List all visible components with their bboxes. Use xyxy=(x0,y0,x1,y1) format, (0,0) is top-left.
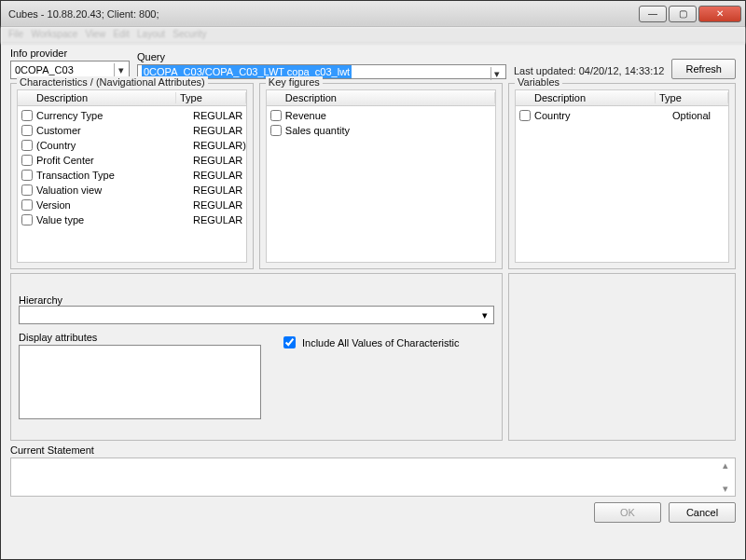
scrollbar[interactable]: ▴ ▾ xyxy=(723,459,734,495)
keyfigures-list[interactable]: RevenueSales quantity xyxy=(266,106,496,263)
row-checkbox[interactable] xyxy=(21,140,33,151)
title-bar: Cubes - 10.88.20.43; Client: 800; — ▢ ✕ xyxy=(1,1,745,27)
refresh-button[interactable]: Refresh xyxy=(671,59,736,79)
col-description[interactable]: Description xyxy=(516,92,656,103)
keyfigures-header: Description xyxy=(266,89,496,106)
scroll-down-icon[interactable]: ▾ xyxy=(723,483,734,495)
list-item[interactable]: Valuation viewREGULAR xyxy=(18,183,246,198)
close-button[interactable]: ✕ xyxy=(698,6,741,22)
variables-title: Variables xyxy=(515,76,562,88)
display-attributes-label: Display attributes xyxy=(19,332,261,343)
query-field: Query 0COPA_C03/COPA_C03_LWT copa_c03_lw… xyxy=(137,51,506,79)
row-checkbox[interactable] xyxy=(21,199,33,211)
list-item[interactable]: CountryOptional xyxy=(516,108,728,123)
list-item[interactable]: VersionREGULAR xyxy=(18,198,246,212)
hierarchy-label: Hierarchy xyxy=(19,294,494,306)
lists-row: Characteristics / (Navigational Attribut… xyxy=(10,83,736,269)
row-checkbox[interactable] xyxy=(519,110,531,121)
row-checkbox[interactable] xyxy=(270,110,282,121)
current-statement-section: Current Statement ▴ ▾ xyxy=(10,444,736,497)
list-item[interactable]: Sales quantity xyxy=(267,123,495,138)
row-checkbox[interactable] xyxy=(21,125,33,136)
info-provider-value: 0COPA_C03 xyxy=(15,64,74,75)
row-checkbox[interactable] xyxy=(21,110,33,121)
cancel-button[interactable]: Cancel xyxy=(669,502,736,523)
keyfigures-title: Key figures xyxy=(266,76,323,88)
ok-button[interactable]: OK xyxy=(594,502,661,523)
list-item[interactable]: Currency TypeREGULAR xyxy=(18,108,246,123)
list-item[interactable]: (CountryREGULAR) xyxy=(18,138,246,153)
dialog-content: Info provider 0COPA_C03 ▾ Query 0COPA_C0… xyxy=(1,44,745,559)
display-attributes-list[interactable] xyxy=(19,345,261,419)
include-all-checkbox[interactable]: Include All Values of Characteristic xyxy=(280,334,460,351)
col-description[interactable]: Description xyxy=(267,92,495,103)
variables-list[interactable]: CountryOptional xyxy=(515,106,729,263)
variables-header: Description Type xyxy=(515,89,729,106)
scroll-up-icon[interactable]: ▴ xyxy=(723,459,734,471)
chevron-down-icon: ▾ xyxy=(490,67,504,80)
col-type[interactable]: Type xyxy=(656,92,728,103)
dialog-footer: OK Cancel xyxy=(10,500,736,523)
characteristics-header: Description Type xyxy=(17,89,247,106)
include-all-input[interactable] xyxy=(283,336,296,348)
maximize-button[interactable]: ▢ xyxy=(669,6,697,22)
chevron-down-icon: ▾ xyxy=(114,63,127,76)
row-checkbox[interactable] xyxy=(21,184,33,196)
window-controls: — ▢ ✕ xyxy=(639,6,741,22)
characteristics-list[interactable]: Currency TypeREGULARCustomerREGULAR(Coun… xyxy=(17,106,247,263)
current-statement-textarea[interactable]: ▴ ▾ xyxy=(10,458,736,497)
info-provider-field: Info provider 0COPA_C03 ▾ xyxy=(10,48,130,79)
hierarchy-panel: Hierarchy ▾ Display attributes Include A… xyxy=(10,273,503,441)
list-item[interactable]: Value typeREGULAR xyxy=(18,212,246,227)
list-item[interactable]: Revenue xyxy=(267,108,495,123)
hierarchy-combo[interactable]: ▾ xyxy=(19,306,494,324)
variables-group: Variables Description Type CountryOption… xyxy=(508,83,736,269)
characteristics-group: Characteristics / (Navigational Attribut… xyxy=(10,83,254,269)
row-checkbox[interactable] xyxy=(21,214,33,225)
top-row: Info provider 0COPA_C03 ▾ Query 0COPA_C0… xyxy=(10,48,736,79)
characteristics-title: Characteristics / (Navigational Attribut… xyxy=(17,76,208,88)
row-checkbox[interactable] xyxy=(21,155,33,166)
info-provider-label: Info provider xyxy=(10,48,130,59)
row-checkbox[interactable] xyxy=(21,170,33,181)
keyfigures-group: Key figures Description RevenueSales qua… xyxy=(259,83,503,269)
list-item[interactable]: Transaction TypeREGULAR xyxy=(18,168,246,183)
list-item[interactable]: Profit CenterREGULAR xyxy=(18,153,246,168)
query-label: Query xyxy=(137,51,506,62)
list-item[interactable]: CustomerREGULAR xyxy=(18,123,246,138)
minimize-button[interactable]: — xyxy=(639,6,667,22)
row-checkbox[interactable] xyxy=(270,125,282,136)
background-menubar: File Workspace View Edit Layout Security xyxy=(1,27,745,44)
col-type[interactable]: Type xyxy=(176,92,246,103)
chevron-down-icon: ▾ xyxy=(478,308,491,321)
window-title: Cubes - 10.88.20.43; Client: 800; xyxy=(8,8,639,20)
dialog-window: Cubes - 10.88.20.43; Client: 800; — ▢ ✕ … xyxy=(0,0,746,560)
middle-row: Hierarchy ▾ Display attributes Include A… xyxy=(10,273,736,441)
current-statement-label: Current Statement xyxy=(10,444,736,456)
col-description[interactable]: Description xyxy=(18,92,176,103)
right-empty-panel xyxy=(508,273,736,441)
include-all-label: Include All Values of Characteristic xyxy=(302,337,460,348)
